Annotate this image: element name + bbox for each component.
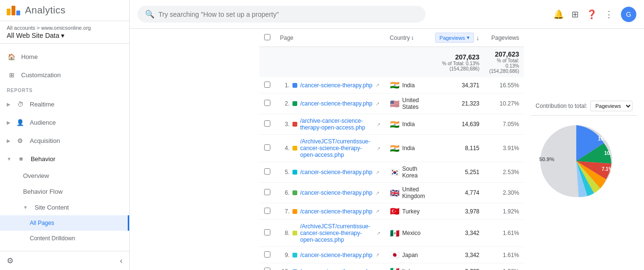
row-checkbox[interactable] [264,208,270,214]
external-link-icon[interactable]: ↗ [376,190,379,196]
expand-arrow: ▶ [7,120,11,125]
row-checkbox[interactable] [264,144,270,151]
info-icon[interactable]: ℹ [412,35,413,41]
select-all-checkbox[interactable] [264,34,270,40]
sort-direction-icon[interactable]: ↓ [476,34,479,42]
row-number: 5. [280,169,290,176]
row-checkbox-cell[interactable] [259,114,275,135]
page-link[interactable]: /ArchiveJCST/currentissue-cancer-science… [300,223,374,243]
country-cell: 🇺🇸 United States [385,94,431,114]
external-link-icon[interactable]: ↗ [376,252,379,258]
row-checkbox-cell[interactable] [259,247,275,263]
sidebar-item-behavior[interactable]: ▼ ≡ Behavior [0,150,129,168]
row-checkbox[interactable] [264,168,270,175]
pageviews-value: 4,774 [430,183,484,203]
more-options-icon[interactable]: ⋮ [605,9,613,20]
row-checkbox-cell[interactable] [259,183,275,203]
external-link-icon[interactable]: ↗ [376,209,379,214]
table-row: 5. /cancer-science-therapy.php ↗ 🇰🇷 Sout… [259,162,524,183]
data-table: Page Country ℹ Pageviews ▾ [259,29,524,270]
page-link[interactable]: /cancer-science-therapy.php [300,268,373,270]
help-icon[interactable]: ❓ [586,9,597,20]
country-flag: 🇲🇽 [390,229,400,238]
country-name: Japan [402,252,418,258]
external-link-icon[interactable]: ↗ [377,122,380,127]
select-all-header[interactable] [259,29,275,47]
external-link-icon[interactable]: ↗ [376,101,379,106]
page-link[interactable]: /cancer-science-therapy.php [300,252,373,258]
expand-arrow: ▶ [7,138,11,143]
property-name[interactable]: All Web Site Data ▾ [7,32,122,39]
row-checkbox[interactable] [264,229,270,235]
sidebar-item-realtime-label: Realtime [30,101,54,108]
collapse-icon[interactable]: ‹ [120,257,122,265]
row-checkbox-cell[interactable] [259,77,275,94]
external-link-icon[interactable]: ↗ [377,231,380,236]
row-checkbox-cell[interactable] [259,263,275,270]
row-checkbox[interactable] [264,268,270,270]
sidebar-item-realtime[interactable]: ▶ ⏱ Realtime [0,95,129,113]
sidebar-item-landing-pages[interactable]: Landing Pages [0,246,129,251]
row-checkbox[interactable] [264,120,270,127]
page-link[interactable]: /archive-cancer-science-therapy-open-acc… [300,117,374,131]
table-body: 1. /cancer-science-therapy.php ↗ 🇮🇳 Indi… [259,77,524,270]
sidebar-item-acquisition[interactable]: ▶ ⚙ Acquisition [0,131,129,150]
sidebar-item-behavior-label: Behavior [31,155,55,163]
external-link-icon[interactable]: ↗ [377,146,380,151]
external-link-icon[interactable]: ↗ [376,170,379,175]
acquisition-icon: ⚙ [15,136,25,145]
page-link[interactable]: /cancer-science-therapy.php [300,100,373,107]
row-checkbox-cell[interactable] [259,94,275,114]
pie-chart-svg: 16.6% 10.3% 7.1% 50.9% [531,116,622,207]
page-cell: 6. /cancer-science-therapy.php ↗ [275,183,385,203]
row-checkbox[interactable] [264,100,270,106]
search-input[interactable] [158,11,418,18]
sidebar-item-overview[interactable]: Overview [0,168,129,184]
contribution-dropdown[interactable]: Pageviews [590,101,632,111]
pageviews-dropdown-header[interactable]: Pageviews ▾ ↓ [430,29,484,47]
country-column-header: Country ℹ [385,29,431,47]
sidebar-item-behavior-flow[interactable]: Behavior Flow [0,184,129,200]
page-link[interactable]: /cancer-science-therapy.php [300,82,373,89]
settings-icon[interactable]: ⚙ [7,256,13,265]
row-checkbox[interactable] [264,251,270,258]
search-icon: 🔍 [145,10,155,19]
percent-value: 1.61% [484,247,524,263]
row-checkbox-cell[interactable] [259,135,275,162]
user-avatar[interactable]: G [621,7,636,22]
sidebar-item-audience[interactable]: ▶ 👤 Audience [0,113,129,131]
row-checkbox-cell[interactable] [259,203,275,220]
sidebar-item-content-drilldown[interactable]: Content Drilldown [0,231,129,246]
row-checkbox[interactable] [264,189,270,195]
row-color-dot [292,83,297,88]
page-link[interactable]: /cancer-science-therapy.php [300,169,373,176]
page-link[interactable]: /cancer-science-therapy.php [300,208,373,215]
account-selector[interactable]: All accounts > www.omicsonline.org All W… [0,21,129,44]
apps-icon[interactable]: ⊞ [571,9,579,20]
page-link[interactable]: /ArchiveJCST/currentissue-cancer-science… [300,138,374,158]
row-checkbox-cell[interactable] [259,220,275,247]
sidebar-item-site-content[interactable]: ▼ Site Content [0,200,129,215]
row-color-dot [292,170,297,175]
sidebar-item-all-pages[interactable]: All Pages [0,215,129,231]
row-checkbox-cell[interactable] [259,162,275,183]
pageviews-value: 21,323 [430,94,484,114]
sidebar-item-customization[interactable]: ⊞ Customization [0,66,129,84]
page-link[interactable]: /cancer-science-therapy.php [300,189,373,196]
row-checkbox[interactable] [264,82,270,88]
notification-icon[interactable]: 🔔 [553,9,564,20]
row-color-dot [292,209,297,214]
country-cell: 🇯🇵 Japan [385,247,431,263]
sidebar-footer: ⚙ ‹ [0,251,129,270]
table-row: 2. /cancer-science-therapy.php ↗ 🇺🇸 Unit… [259,94,524,114]
sidebar-item-home[interactable]: 🏠 Home [0,47,129,66]
search-bar[interactable]: 🔍 [137,6,425,23]
app-title: Analytics [25,5,66,16]
external-link-icon[interactable]: ↗ [376,82,379,88]
country-name: Italy [402,268,413,270]
pageviews-sort-button[interactable]: Pageviews ▾ [435,33,474,43]
all-pages-label: All Pages [30,220,54,226]
pageviews-value: 2,705 [430,263,484,270]
page-cell: 5. /cancer-science-therapy.php ↗ [275,162,385,183]
content-area: Page Country ℹ Pageviews ▾ [259,29,644,270]
